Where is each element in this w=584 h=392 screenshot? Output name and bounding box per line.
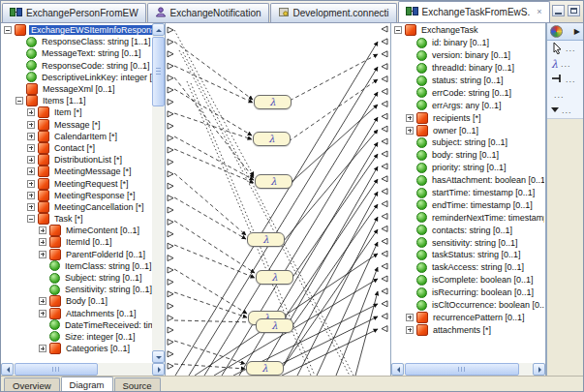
source-port-icon[interactable]: [168, 267, 173, 273]
source-port-icon[interactable]: [168, 87, 173, 93]
tree-row-right-19[interactable]: taskAccess: string [0..1]: [391, 261, 544, 274]
tree-row-left-12[interactable]: MeetingMessage [*]: [1, 166, 152, 177]
editor-tab-0[interactable]: ExchangePersonFromEW: [2, 3, 146, 22]
left-panel-vscrollbar[interactable]: [152, 23, 165, 363]
expand-plus-icon[interactable]: [406, 314, 414, 321]
hscroll-thumb[interactable]: [15, 363, 98, 376]
lambda-functoid-4[interactable]: λ: [256, 270, 293, 285]
connection-tool[interactable]: ...: [547, 72, 583, 87]
tree-row-left-0[interactable]: ExchangeEWSItemInfoResponse: [1, 24, 152, 36]
tree-row-right-6[interactable]: errArgs: any [0..1]: [391, 99, 544, 111]
lambda-functoid-7[interactable]: λ: [246, 361, 284, 376]
palette-header[interactable]: ▶: [547, 23, 583, 41]
target-port-icon[interactable]: [382, 176, 387, 182]
source-port-icon[interactable]: [168, 136, 173, 141]
tree-row-left-19[interactable]: ParentFolderId [0..1]: [1, 249, 152, 260]
source-port-icon[interactable]: [168, 219, 173, 225]
tree-row-right-22[interactable]: isCltOccurrence: boolean [0..1]: [391, 299, 544, 312]
source-port-icon[interactable]: [168, 99, 173, 105]
tree-row-left-7[interactable]: Item [*]: [1, 106, 152, 118]
expand-plus-icon[interactable]: [27, 121, 35, 129]
expand-plus-icon[interactable]: [27, 144, 35, 152]
expand-plus-icon[interactable]: [27, 203, 35, 211]
source-port-icon[interactable]: [168, 303, 173, 309]
source-port-icon[interactable]: [168, 339, 173, 345]
target-port-icon[interactable]: [382, 276, 387, 282]
tree-row-left-9[interactable]: CalendarItem [*]: [1, 131, 152, 142]
minimize-icon[interactable]: [552, 5, 565, 16]
scroll-down-icon[interactable]: [152, 350, 165, 363]
lambda-functoid-3[interactable]: λ: [247, 232, 285, 247]
source-port-icon[interactable]: [168, 171, 173, 177]
tree-row-left-6[interactable]: Items [1..1]: [1, 95, 152, 106]
lambda-functoid-1[interactable]: λ: [253, 132, 291, 146]
editor-tab-3[interactable]: ExchangeTaskFromEwS.×: [398, 1, 550, 22]
source-port-icon[interactable]: [168, 207, 173, 213]
view-tab-overview[interactable]: Overview: [4, 377, 60, 392]
scroll-up-icon[interactable]: [152, 23, 165, 36]
tree-row-left-10[interactable]: Contact [*]: [1, 142, 152, 154]
target-port-icon[interactable]: [382, 76, 387, 82]
tree-row-left-18[interactable]: ItemId [0..1]: [1, 236, 152, 248]
left-panel-hscrollbar[interactable]: [1, 363, 165, 376]
expand-plus-icon[interactable]: [39, 226, 46, 234]
tree-row-right-14[interactable]: endTime: timestamp [0..1]: [391, 198, 544, 211]
tree-row-left-16[interactable]: Task [*]: [1, 213, 152, 225]
expand-plus-icon[interactable]: [27, 156, 35, 164]
vscroll-thumb[interactable]: [152, 37, 165, 106]
tree-row-left-25[interactable]: DateTimeReceived: timestamp [0..1]: [1, 319, 152, 331]
target-port-icon[interactable]: [382, 288, 387, 294]
tree-row-left-8[interactable]: Message [*]: [1, 119, 152, 131]
tree-row-left-15[interactable]: MeetingCancellation [*]: [1, 201, 152, 213]
expand-plus-icon[interactable]: [406, 127, 414, 135]
source-port-icon[interactable]: [168, 159, 173, 165]
target-port-icon[interactable]: [382, 51, 387, 57]
right-panel-hscrollbar[interactable]: [391, 363, 545, 376]
scroll-right-icon[interactable]: [533, 363, 545, 376]
tree-row-left-22[interactable]: Sensitivity: string [0..1]: [1, 284, 152, 295]
source-port-icon[interactable]: [168, 51, 173, 57]
target-port-icon[interactable]: [382, 226, 387, 231]
tree-row-left-4[interactable]: DescriptiveLinkKey: integer [0..1]: [1, 72, 152, 83]
tree-row-right-24[interactable]: attachments [*]: [391, 323, 544, 336]
restore-icon[interactable]: [568, 5, 580, 16]
source-port-icon[interactable]: [168, 256, 173, 261]
tree-row-left-26[interactable]: Size: integer [0..1]: [1, 331, 152, 343]
tree-row-right-20[interactable]: isComplete: boolean [0..1]: [391, 274, 544, 286]
source-port-icon[interactable]: [168, 363, 173, 369]
target-port-icon[interactable]: [382, 101, 387, 106]
tree-row-left-11[interactable]: DistributionList [*]: [1, 154, 152, 166]
tree-row-right-4[interactable]: status: string [0..1]: [391, 75, 544, 87]
source-port-icon[interactable]: [168, 183, 173, 189]
source-port-icon[interactable]: [168, 27, 173, 33]
hscroll-thumb[interactable]: [405, 363, 519, 376]
tree-row-right-0[interactable]: ExchangeTask: [391, 24, 544, 37]
tree-row-left-2[interactable]: MessageText: string [0..1]: [1, 47, 152, 59]
source-port-icon[interactable]: [168, 63, 173, 69]
source-port-icon[interactable]: [168, 196, 173, 201]
tree-row-right-5[interactable]: errCode: string [0..1]: [391, 86, 544, 99]
tree-row-left-5[interactable]: MessageXml [0..1]: [1, 83, 152, 95]
expand-plus-icon[interactable]: [39, 345, 46, 352]
tree-row-right-11[interactable]: priority: string [0..1]: [391, 162, 544, 174]
source-port-icon[interactable]: [168, 243, 173, 249]
expand-plus-icon[interactable]: [27, 192, 35, 199]
target-port-icon[interactable]: [382, 138, 387, 144]
target-port-icon[interactable]: [382, 326, 387, 332]
source-port-icon[interactable]: [168, 316, 173, 321]
tree-row-right-17[interactable]: sensitivity: string [0..1]: [391, 236, 544, 249]
scroll-left-icon[interactable]: [1, 363, 14, 376]
source-port-icon[interactable]: [168, 279, 173, 285]
target-port-icon[interactable]: [382, 201, 387, 207]
expand-plus-icon[interactable]: [27, 167, 35, 175]
mapping-canvas[interactable]: λλλλλλλλ: [166, 23, 391, 376]
tree-row-left-24[interactable]: Attachments [0..1]: [1, 308, 152, 319]
tree-row-right-8[interactable]: owner [0..1]: [391, 124, 544, 136]
source-port-icon[interactable]: [168, 123, 173, 129]
target-port-icon[interactable]: [382, 301, 387, 307]
tree-row-right-7[interactable]: recipients [*]: [391, 111, 544, 124]
source-port-icon[interactable]: [168, 327, 173, 333]
drawer-toggle[interactable]: ...: [547, 103, 583, 118]
tree-row-left-17[interactable]: MimeContent [0..1]: [1, 225, 152, 236]
target-port-icon[interactable]: [382, 113, 387, 119]
